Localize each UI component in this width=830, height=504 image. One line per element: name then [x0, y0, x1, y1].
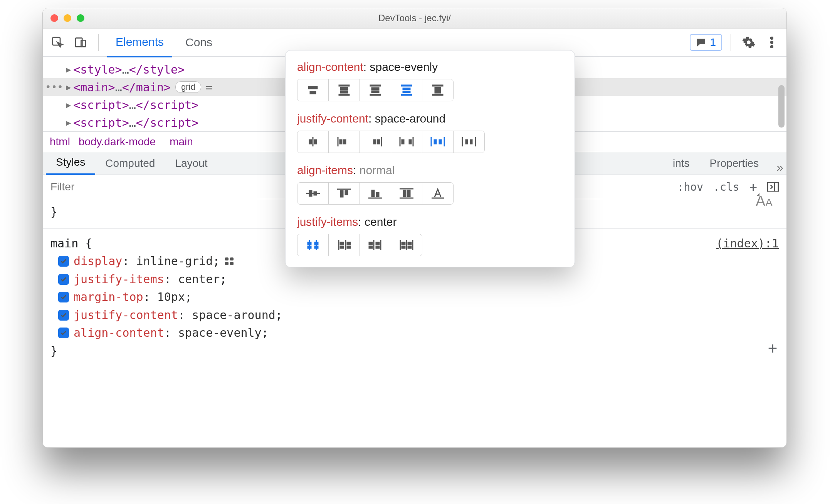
expand-icon[interactable]: ▶ [66, 82, 71, 92]
grid-badge[interactable]: grid [175, 81, 201, 93]
svg-rect-65 [307, 242, 311, 245]
svg-rect-61 [407, 190, 410, 197]
crumb-body[interactable]: body.dark-mode [79, 136, 156, 148]
svg-rect-48 [470, 139, 472, 144]
svg-rect-22 [401, 85, 412, 86]
subtab-layout[interactable]: Layout [165, 152, 217, 175]
svg-point-5 [770, 45, 773, 49]
justify-items-center-icon[interactable] [297, 234, 329, 256]
inspect-icon[interactable] [48, 33, 67, 52]
subtab-styles[interactable]: Styles [46, 151, 95, 175]
checkbox-icon[interactable] [58, 310, 69, 321]
align-content-space-around-icon[interactable] [360, 79, 391, 101]
align-items-start-icon[interactable] [329, 183, 360, 204]
svg-rect-40 [409, 139, 412, 144]
align-items-center-icon[interactable] [297, 183, 329, 204]
expand-icon[interactable]: ▶ [66, 118, 71, 128]
svg-rect-30 [309, 139, 312, 144]
window-title: DevTools - jec.fyi/ [43, 13, 786, 24]
hov-toggle[interactable]: :hov [677, 181, 703, 193]
toggle-sidebar-icon[interactable] [767, 181, 779, 192]
justify-content-space-between-icon[interactable] [391, 131, 422, 153]
align-content-stretch-icon[interactable] [422, 79, 453, 101]
svg-rect-26 [432, 85, 443, 86]
svg-rect-80 [376, 246, 380, 249]
device-toggle-icon[interactable] [71, 33, 90, 52]
checkbox-icon[interactable] [58, 328, 69, 338]
svg-rect-39 [402, 139, 404, 144]
svg-rect-24 [403, 91, 410, 93]
svg-rect-52 [314, 192, 317, 195]
subtab-properties[interactable]: Properties [700, 152, 769, 175]
tab-console[interactable]: Cons [177, 29, 221, 56]
section-justify-content: justify-content: space-around [297, 112, 563, 153]
cls-toggle[interactable]: .cls [713, 181, 739, 193]
justify-items-start-icon[interactable] [329, 234, 360, 256]
justify-items-stretch-icon[interactable] [391, 234, 422, 256]
svg-point-3 [770, 37, 773, 40]
add-rule-icon[interactable]: + [768, 336, 777, 360]
gear-icon[interactable] [739, 33, 758, 52]
align-content-space-evenly-icon[interactable] [391, 79, 422, 101]
kebab-menu-icon[interactable] [763, 33, 781, 52]
svg-rect-66 [307, 246, 311, 249]
justify-content-start-icon[interactable] [329, 131, 360, 153]
crumb-main[interactable]: main [164, 135, 198, 149]
svg-rect-83 [402, 242, 405, 245]
svg-rect-11 [230, 262, 234, 265]
svg-rect-8 [225, 258, 229, 260]
svg-rect-18 [370, 85, 381, 86]
svg-rect-51 [309, 190, 312, 197]
rule-close: } [50, 342, 779, 360]
checkbox-icon[interactable] [58, 292, 69, 302]
justify-content-space-around-icon[interactable] [422, 131, 454, 153]
svg-rect-15 [340, 87, 348, 90]
align-items-baseline-icon[interactable] [422, 183, 453, 204]
svg-rect-23 [403, 88, 410, 90]
justify-content-space-evenly-icon[interactable] [454, 131, 484, 153]
expand-icon[interactable]: ▶ [66, 100, 71, 110]
svg-rect-87 [408, 246, 412, 249]
decl-margin-top[interactable]: margin-top: 10px; [50, 288, 779, 306]
svg-rect-12 [308, 86, 318, 89]
justify-content-end-icon[interactable] [360, 131, 391, 153]
svg-rect-36 [377, 139, 380, 144]
rule-source-link[interactable]: (index):1 [716, 235, 779, 253]
decl-justify-content[interactable]: justify-content: space-around; [50, 306, 779, 324]
svg-rect-6 [768, 183, 778, 192]
align-items-stretch-icon[interactable] [391, 183, 422, 204]
svg-rect-84 [402, 246, 405, 249]
decl-align-content[interactable]: align-content: space-evenly; [50, 324, 779, 342]
svg-rect-69 [314, 246, 318, 249]
svg-rect-54 [340, 190, 343, 197]
svg-rect-13 [310, 91, 316, 94]
justify-items-end-icon[interactable] [360, 234, 391, 256]
align-content-space-between-icon[interactable] [329, 79, 360, 101]
overflow-icon[interactable]: ••• [45, 81, 63, 93]
align-items-end-icon[interactable] [360, 183, 391, 204]
tab-elements[interactable]: Elements [107, 28, 172, 57]
svg-rect-77 [369, 246, 373, 249]
crumb-html[interactable]: html [50, 136, 70, 148]
svg-rect-75 [347, 246, 351, 249]
grid-editor-icon[interactable] [224, 256, 234, 266]
subtab-breakpoints-cut[interactable]: ints [673, 152, 700, 175]
justify-content-center-icon[interactable] [297, 131, 329, 153]
feedback-badge[interactable]: 1 [690, 34, 722, 51]
svg-rect-56 [371, 190, 375, 197]
more-tabs-icon[interactable]: » [776, 160, 783, 175]
align-content-center-icon[interactable] [297, 79, 329, 101]
checkbox-icon[interactable] [58, 274, 69, 285]
decl-justify-items[interactable]: justify-items: center; [50, 270, 779, 289]
svg-rect-60 [403, 190, 406, 197]
svg-rect-79 [376, 242, 380, 245]
section-justify-items: justify-items: center [297, 215, 563, 256]
new-style-rule-icon[interactable]: + [749, 179, 757, 195]
svg-rect-55 [345, 190, 348, 195]
expand-icon[interactable]: ▶ [66, 65, 71, 74]
subtab-computed[interactable]: Computed [95, 152, 165, 175]
svg-rect-28 [432, 94, 443, 96]
scrollbar[interactable] [778, 85, 785, 128]
svg-rect-43 [434, 139, 437, 144]
checkbox-icon[interactable] [58, 256, 69, 267]
